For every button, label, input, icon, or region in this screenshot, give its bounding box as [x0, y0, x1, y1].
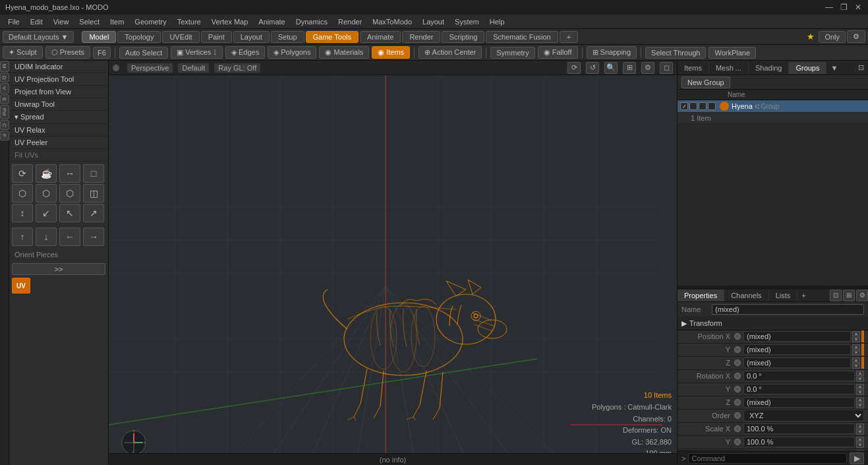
restore-button[interactable]: ❐	[839, 3, 848, 12]
menu-render[interactable]: Render	[333, 16, 367, 27]
tab-items[interactable]: Items	[678, 62, 709, 74]
pos-z-down[interactable]: ▼	[852, 363, 860, 369]
tab-topology[interactable]: Topology	[117, 31, 161, 43]
tab-groups[interactable]: Groups	[789, 62, 826, 74]
rotation-z-input[interactable]	[743, 397, 855, 408]
pos-x-down[interactable]: ▼	[852, 337, 860, 342]
tab-channels[interactable]: Channels	[724, 290, 768, 301]
vis-toggle[interactable]: ✓	[680, 102, 688, 110]
tool-icon-11[interactable]: ↖	[59, 204, 80, 222]
tool-icon-8[interactable]: ◫	[83, 184, 104, 202]
menu-texture[interactable]: Texture	[172, 16, 206, 27]
tool-icon-12[interactable]: ↗	[83, 204, 104, 222]
menu-layout[interactable]: Layout	[417, 16, 449, 27]
tool-icon-5[interactable]: ⬡	[12, 184, 33, 202]
lock-toggle[interactable]	[689, 102, 697, 110]
scale-y-input[interactable]	[743, 437, 855, 447]
arrow-right[interactable]: →	[83, 228, 104, 246]
rotation-y-dot[interactable]	[734, 386, 741, 392]
tab-mesh[interactable]: Mesh ...	[709, 62, 749, 74]
menu-geometry[interactable]: Geometry	[129, 16, 171, 27]
command-input[interactable]	[688, 453, 847, 464]
scale-x-dot[interactable]	[734, 425, 741, 432]
rotation-z-dot[interactable]	[734, 399, 741, 406]
tab-setup[interactable]: Setup	[271, 31, 304, 43]
tab-game-tools[interactable]: Game Tools	[306, 31, 359, 43]
scale-x-down[interactable]: ▼	[856, 429, 864, 435]
props-settings-btn[interactable]: ⚙	[856, 290, 868, 301]
rotation-y-input[interactable]	[743, 384, 855, 394]
rot-x-up[interactable]: ▲	[856, 371, 864, 376]
menu-help[interactable]: Help	[484, 16, 510, 27]
position-z-input[interactable]	[743, 357, 851, 368]
tool-icon-7[interactable]: ⬡	[59, 184, 80, 202]
tab-paint[interactable]: Paint	[201, 31, 232, 43]
menu-item[interactable]: Item	[105, 16, 129, 27]
side-tab-f[interactable]: F	[0, 131, 9, 140]
rot-x-down[interactable]: ▼	[856, 377, 864, 382]
tab-shading[interactable]: Shading	[749, 62, 789, 74]
tab-animate[interactable]: Animate	[360, 31, 401, 43]
scale-y-dot[interactable]	[734, 439, 741, 445]
vp-orbit-icon[interactable]: ⟳	[567, 62, 581, 74]
arrow-up[interactable]: ↑	[12, 228, 33, 246]
menu-select[interactable]: Select	[74, 16, 105, 27]
rot-y-up[interactable]: ▲	[856, 384, 864, 389]
command-go-button[interactable]: ▶	[850, 452, 864, 464]
viewport[interactable]: Perspective Default Ray GL: Off ⟳ ↺ 🔍 ⊞ …	[109, 61, 677, 465]
tab-properties[interactable]: Properties	[678, 290, 724, 301]
menu-dynamics[interactable]: Dynamics	[291, 16, 333, 27]
vp-settings-icon[interactable]: ⚙	[641, 62, 654, 74]
scale-x-input[interactable]	[743, 423, 855, 434]
tab-schematic-fusion[interactable]: Schematic Fusion	[486, 31, 558, 43]
fit-uvs[interactable]: Fit UVs	[9, 149, 108, 162]
uv-peeler[interactable]: UV Peeler	[9, 137, 108, 149]
unwrap-tool[interactable]: Unwrap Tool	[9, 98, 108, 111]
tab-render[interactable]: Render	[402, 31, 440, 43]
side-tab-c[interactable]: C	[0, 120, 9, 131]
more-button[interactable]: >>	[12, 263, 105, 275]
tool-icon-10[interactable]: ↙	[36, 204, 57, 222]
new-group-button[interactable]: New Group	[681, 77, 730, 88]
side-tab-m[interactable]: M	[0, 61, 9, 72]
side-tab-pol[interactable]: Pol	[0, 105, 9, 119]
menu-edit[interactable]: Edit	[25, 16, 48, 27]
rotation-x-dot[interactable]	[734, 373, 741, 379]
menu-vertex-map[interactable]: Vertex Map	[206, 16, 254, 27]
udim-indicator[interactable]: UDIM Indicator	[9, 61, 108, 73]
tab-scripting[interactable]: Scripting	[442, 31, 484, 43]
presets-button[interactable]: ⬡ Presets	[45, 46, 90, 59]
only-button[interactable]: Only	[819, 31, 846, 43]
tool-icon-2[interactable]: ☕	[36, 164, 57, 183]
pos-y-down[interactable]: ▼	[852, 350, 860, 356]
tool-icon-3[interactable]: ↔	[59, 164, 80, 183]
position-x-dot[interactable]	[734, 333, 741, 340]
render-toggle[interactable]	[699, 102, 707, 110]
canvas-area[interactable]: 10 Items Polygons : Catmull-Clark Channe…	[109, 75, 677, 465]
menu-animate[interactable]: Animate	[253, 16, 290, 27]
vp-search-icon[interactable]: 🔍	[604, 62, 618, 74]
tool-icon-4[interactable]: □	[83, 164, 104, 183]
polygons-button[interactable]: ◈ Polygons	[268, 46, 316, 59]
pos-z-up[interactable]: ▲	[852, 357, 860, 363]
edges-button[interactable]: ◈ Edges	[225, 46, 265, 59]
menu-maxtomodo[interactable]: MaxToModo	[367, 16, 417, 27]
vertices-button[interactable]: ▣ Vertices 1	[171, 46, 223, 59]
default-layouts-dropdown[interactable]: Default Layouts ▼	[3, 31, 74, 43]
props-add-icon[interactable]: +	[797, 290, 809, 301]
falloff-button[interactable]: ◉ Falloff	[538, 46, 578, 59]
add-tab-button[interactable]: +	[560, 31, 578, 43]
scale-y-up[interactable]: ▲	[856, 437, 864, 442]
raygl-label[interactable]: Ray GL: Off	[214, 63, 260, 73]
position-z-dot[interactable]	[734, 359, 741, 366]
side-tab-e[interactable]: E	[0, 94, 9, 104]
action-center-button[interactable]: ⊕ Action Center	[419, 46, 482, 59]
default-label[interactable]: Default	[178, 63, 209, 73]
tab-expand[interactable]: ⊡	[854, 61, 868, 74]
workplane-button[interactable]: WorkPlane	[709, 47, 756, 59]
props-expand-btn-1[interactable]: ⊡	[830, 290, 842, 301]
side-tab-v[interactable]: V	[0, 83, 9, 93]
group-row-hyena[interactable]: ✓ Hyena ⑆ Group	[678, 100, 868, 113]
rot-z-down[interactable]: ▼	[856, 403, 864, 408]
order-dot[interactable]	[734, 412, 741, 419]
